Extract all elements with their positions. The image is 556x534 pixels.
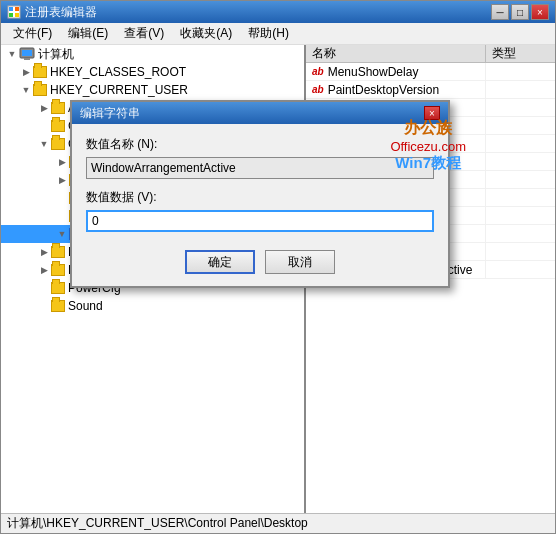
app-icon (7, 5, 21, 19)
dialog-name-input[interactable] (86, 157, 434, 179)
dialog-data-input[interactable] (86, 210, 434, 232)
folder-icon (51, 102, 65, 114)
expand-icon: ▶ (55, 155, 69, 169)
value-row-paintdesktop[interactable]: ab PaintDesktopVersion (306, 81, 555, 99)
value-name: ab PaintDesktopVersion (306, 81, 486, 98)
minimize-button[interactable]: ─ (491, 4, 509, 20)
title-controls: ─ □ × (491, 4, 549, 20)
title-bar-left: 注册表编辑器 (7, 4, 97, 21)
svg-rect-1 (9, 7, 13, 11)
close-button[interactable]: × (531, 4, 549, 20)
sound-label: Sound (68, 299, 103, 313)
value-row-menushowdelay[interactable]: ab MenuShowDelay (306, 63, 555, 81)
menu-view[interactable]: 查看(V) (116, 23, 172, 44)
dialog-title-text: 编辑字符串 (80, 105, 140, 122)
value-type (486, 117, 555, 134)
expand-icon (37, 299, 51, 313)
expand-icon (37, 281, 51, 295)
value-type (486, 171, 555, 188)
folder-icon (51, 246, 65, 258)
expand-icon: ▶ (37, 101, 51, 115)
status-text: 计算机\HKEY_CURRENT_USER\Control Panel\Desk… (7, 515, 308, 532)
svg-rect-6 (22, 50, 32, 56)
value-type (486, 135, 555, 152)
tree-item-hkcr[interactable]: ▶ HKEY_CLASSES_ROOT (1, 63, 304, 81)
value-type (486, 243, 555, 260)
header-type: 类型 (486, 45, 555, 62)
menu-bar: 文件(F) 编辑(E) 查看(V) 收藏夹(A) 帮助(H) (1, 23, 555, 45)
folder-icon (51, 138, 65, 150)
expand-icon: ▼ (5, 47, 19, 61)
dialog-buttons: 确定 取消 (86, 250, 434, 274)
value-type (486, 189, 555, 206)
tree-root[interactable]: ▼ 计算机 (1, 45, 304, 63)
edit-string-dialog[interactable]: 编辑字符串 × 数值名称 (N): 数值数据 (V): 确定 取消 (70, 100, 450, 288)
values-header: 名称 类型 数据 (306, 45, 555, 63)
menu-help[interactable]: 帮助(H) (240, 23, 297, 44)
expand-icon: ▶ (37, 245, 51, 259)
svg-rect-3 (9, 13, 13, 17)
folder-icon (33, 66, 47, 78)
value-type (486, 81, 555, 98)
expand-icon: ▼ (37, 137, 51, 151)
dialog-title-bar: 编辑字符串 × (72, 102, 448, 124)
dialog-cancel-button[interactable]: 取消 (265, 250, 335, 274)
hkcu-label: HKEY_CURRENT_USER (50, 83, 188, 97)
expand-icon (55, 209, 69, 223)
ab-icon: ab (312, 84, 324, 95)
svg-rect-2 (15, 7, 19, 11)
folder-icon (51, 120, 65, 132)
svg-rect-4 (15, 13, 19, 17)
ab-icon: ab (312, 66, 324, 77)
hkcr-label: HKEY_CLASSES_ROOT (50, 65, 186, 79)
value-type (486, 225, 555, 242)
value-type (486, 99, 555, 116)
expand-icon: ▼ (55, 227, 69, 241)
dialog-ok-button[interactable]: 确定 (185, 250, 255, 274)
dialog-data-label: 数值数据 (V): (86, 189, 434, 206)
svg-rect-7 (24, 58, 30, 60)
value-type (486, 153, 555, 170)
expand-icon (37, 119, 51, 133)
dialog-name-label: 数值名称 (N): (86, 136, 434, 153)
dialog-body: 数值名称 (N): 数值数据 (V): 确定 取消 (72, 124, 448, 286)
title-bar: 注册表编辑器 ─ □ × (1, 1, 555, 23)
root-label: 计算机 (38, 46, 74, 63)
window-title: 注册表编辑器 (25, 4, 97, 21)
folder-icon (51, 282, 65, 294)
expand-icon (55, 191, 69, 205)
computer-icon (19, 47, 35, 61)
tree-item-sound[interactable]: Sound (1, 297, 304, 315)
folder-icon (33, 84, 47, 96)
expand-icon: ▶ (37, 263, 51, 277)
value-type (486, 261, 555, 278)
dialog-close-button[interactable]: × (424, 106, 440, 120)
tree-item-hkcu[interactable]: ▼ HKEY_CURRENT_USER (1, 81, 304, 99)
value-type (486, 207, 555, 224)
folder-icon (51, 300, 65, 312)
menu-edit[interactable]: 编辑(E) (60, 23, 116, 44)
menu-file[interactable]: 文件(F) (5, 23, 60, 44)
expand-icon: ▼ (19, 83, 33, 97)
status-bar: 计算机\HKEY_CURRENT_USER\Control Panel\Desk… (1, 513, 555, 533)
value-name: ab MenuShowDelay (306, 63, 486, 80)
maximize-button[interactable]: □ (511, 4, 529, 20)
value-type (486, 63, 555, 80)
expand-icon: ▶ (55, 173, 69, 187)
expand-icon: ▶ (19, 65, 33, 79)
main-wrapper: 注册表编辑器 ─ □ × 文件(F) 编辑(E) 查看(V) 收藏夹(A) 帮助… (0, 0, 556, 534)
menu-favorites[interactable]: 收藏夹(A) (172, 23, 240, 44)
folder-icon (51, 264, 65, 276)
header-name: 名称 (306, 45, 486, 62)
